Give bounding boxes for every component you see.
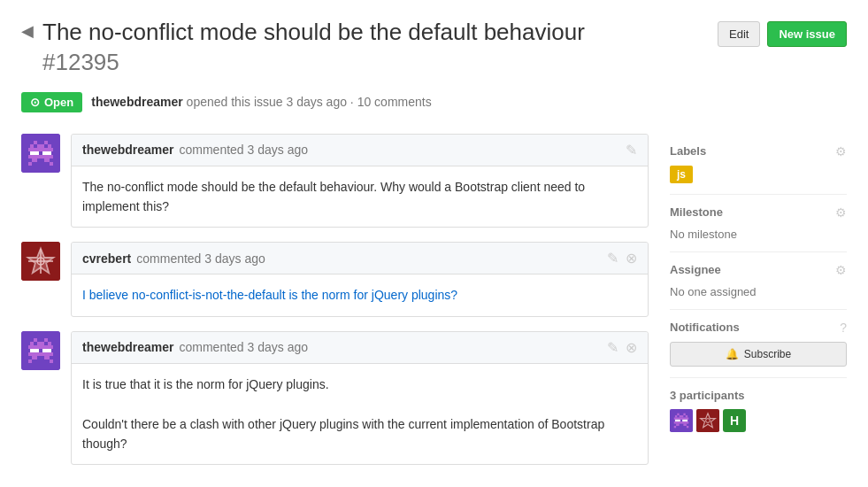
edit-pencil-icon-3[interactable]: ✎ <box>607 339 618 356</box>
avatar-svg-purple <box>21 134 60 173</box>
sidebar-assignee-value: No one assigned <box>670 285 757 298</box>
header-buttons: Edit New issue <box>718 21 847 47</box>
svg-rect-25 <box>48 342 51 345</box>
svg-rect-1 <box>34 141 37 144</box>
participant-svg-1 <box>670 409 693 432</box>
comment-text-3b: Couldn't there be a clash with other jQu… <box>82 414 637 454</box>
svg-rect-11 <box>44 158 50 162</box>
svg-rect-31 <box>44 356 50 359</box>
svg-rect-7 <box>30 151 39 155</box>
svg-rect-27 <box>30 349 39 352</box>
comment-box-1: thewebdreamer commented 3 days ago ✎ The… <box>71 134 649 228</box>
comment-text-2: I believe no-conflict-is-not-the-default… <box>82 285 637 305</box>
avatar-2 <box>21 242 60 281</box>
svg-rect-20 <box>21 331 60 370</box>
svg-rect-41 <box>675 419 680 421</box>
sidebar-participants-section: 3 participants <box>670 378 847 443</box>
svg-rect-39 <box>686 415 687 417</box>
issue-title-area: ◀ The no-conflict mode should be the def… <box>21 18 618 78</box>
svg-rect-42 <box>682 419 687 421</box>
sidebar-assignee-title: Assignee <box>670 263 721 276</box>
svg-rect-29 <box>28 352 53 356</box>
subscribe-button[interactable]: 🔔 Subscribe <box>670 342 847 367</box>
svg-rect-24 <box>37 342 44 345</box>
svg-rect-33 <box>50 359 53 363</box>
svg-rect-12 <box>28 162 32 166</box>
comment-block: thewebdreamer commented 3 days ago ✎ The… <box>21 134 649 228</box>
participants-row: H <box>670 409 847 432</box>
comment-header-2: cvrebert commented 3 days ago ✎ ⊗ <box>72 243 648 274</box>
comments-area: thewebdreamer commented 3 days ago ✎ The… <box>21 134 649 480</box>
svg-rect-3 <box>30 144 34 148</box>
sidebar-labels-header: Labels ⚙ <box>670 144 847 158</box>
svg-rect-26 <box>28 345 53 349</box>
comment-text-3a: It is true that it is the norm for jQuer… <box>82 375 637 394</box>
issue-title-text: The no-conflict mode should be the defau… <box>42 19 585 45</box>
svg-rect-8 <box>42 151 51 155</box>
issue-opened-text: opened this issue 3 days ago · 10 commen… <box>187 95 432 109</box>
comment-author-2: cvrebert <box>82 251 131 266</box>
labels-gear-icon[interactable]: ⚙ <box>835 144 847 158</box>
new-issue-button[interactable]: New issue <box>767 21 847 47</box>
svg-rect-9 <box>28 155 53 158</box>
page-wrapper: ◀ The no-conflict mode should be the def… <box>0 0 868 487</box>
svg-rect-2 <box>44 141 48 144</box>
comment-header-3: thewebdreamer commented 3 days ago ✎ ⊗ <box>72 332 648 364</box>
main-layout: thewebdreamer commented 3 days ago ✎ The… <box>21 134 847 480</box>
sidebar-labels-section: Labels ⚙ js <box>670 134 847 195</box>
svg-rect-40 <box>674 417 689 419</box>
back-arrow[interactable]: ◀ <box>21 21 34 41</box>
comment-time-1: commented 3 days ago <box>179 143 308 157</box>
svg-rect-23 <box>30 342 34 345</box>
close-icon-3[interactable]: ⊗ <box>626 339 637 356</box>
svg-rect-4 <box>37 144 44 148</box>
edit-pencil-icon-1[interactable]: ✎ <box>626 142 637 158</box>
status-badge: ⊙ Open <box>21 92 82 112</box>
comment-body-2: I believe no-conflict-is-not-the-default… <box>72 274 648 315</box>
comment-box-2: cvrebert commented 3 days ago ✎ ⊗ I beli… <box>71 242 649 316</box>
svg-rect-32 <box>28 359 32 363</box>
subscribe-label: Subscribe <box>744 348 791 360</box>
svg-rect-46 <box>674 426 676 428</box>
notifications-help-icon[interactable]: ? <box>840 321 847 335</box>
avatar-svg-red <box>21 242 60 281</box>
comment-author-1: thewebdreamer <box>82 143 173 157</box>
participant-label-3: H <box>730 414 739 428</box>
close-icon-2[interactable]: ⊗ <box>626 250 637 267</box>
comment-header-left-3: thewebdreamer commented 3 days ago <box>82 340 308 354</box>
comment-box-3: thewebdreamer commented 3 days ago ✎ ⊗ I… <box>71 331 649 466</box>
svg-rect-34 <box>670 409 693 432</box>
sidebar-assignee-section: Assignee ⚙ No one assigned <box>670 252 847 310</box>
svg-rect-43 <box>674 421 689 423</box>
comment-actions-3: ✎ ⊗ <box>607 339 637 356</box>
svg-rect-44 <box>676 423 680 425</box>
edit-button[interactable]: Edit <box>718 21 760 47</box>
avatar-3 <box>21 331 60 370</box>
issue-header: ◀ The no-conflict mode should be the def… <box>21 18 847 78</box>
comment-block-2: cvrebert commented 3 days ago ✎ ⊗ I beli… <box>21 242 649 316</box>
participant-avatar-3: H <box>723 409 746 432</box>
status-text: Open <box>44 96 73 109</box>
edit-pencil-icon-2[interactable]: ✎ <box>607 250 618 267</box>
svg-rect-10 <box>32 158 37 162</box>
comment-body-1: The no-conflict mode should be the defau… <box>72 166 648 228</box>
sidebar-notifications-title: Notifications <box>670 321 740 334</box>
milestone-gear-icon[interactable]: ⚙ <box>835 205 847 220</box>
svg-rect-35 <box>677 413 679 414</box>
svg-rect-0 <box>21 134 60 173</box>
svg-rect-30 <box>32 356 37 359</box>
svg-rect-47 <box>687 426 688 428</box>
label-badge-js[interactable]: js <box>670 166 693 183</box>
sidebar-notifications-header: Notifications ? <box>670 321 847 335</box>
svg-rect-22 <box>44 338 48 342</box>
comment-link-2[interactable]: I believe no-conflict-is-not-the-default… <box>82 288 457 302</box>
issue-author: thewebdreamer <box>91 95 182 109</box>
assignee-gear-icon[interactable]: ⚙ <box>835 263 847 277</box>
subscribe-bell-icon: 🔔 <box>726 348 739 360</box>
avatar-svg-purple-2 <box>21 331 60 370</box>
sidebar-participants-title: 3 participants <box>670 389 745 402</box>
sidebar-labels-title: Labels <box>670 144 706 158</box>
comment-header-left-2: cvrebert commented 3 days ago <box>82 251 265 266</box>
issue-title: The no-conflict mode should be the defau… <box>42 18 618 78</box>
svg-rect-6 <box>28 148 53 151</box>
